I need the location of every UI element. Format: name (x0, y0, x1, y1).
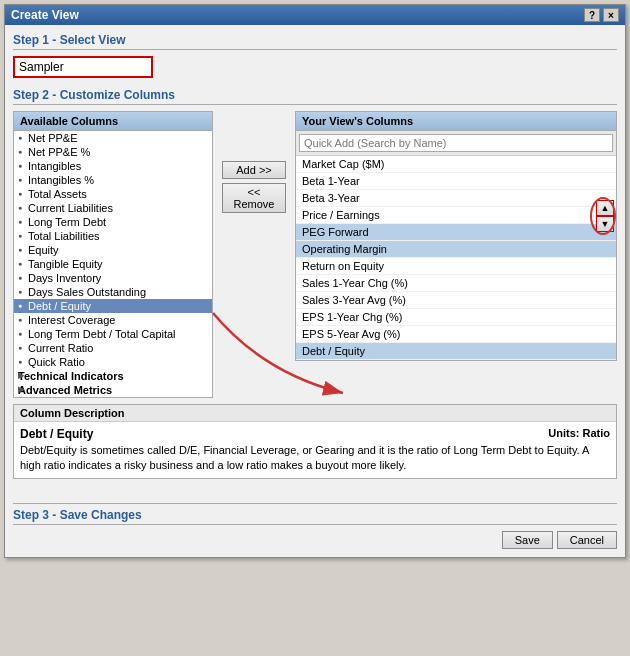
list-item[interactable]: Total Liabilities (14, 229, 212, 243)
view-name-input[interactable] (13, 56, 153, 78)
list-item[interactable]: Quick Ratio (14, 355, 212, 369)
your-list-item[interactable]: Sales 3-Year Avg (%) (296, 292, 616, 309)
move-down-button[interactable]: ▼ (596, 216, 614, 232)
your-list-item-highlighted[interactable]: Debt / Equity (296, 343, 616, 360)
list-item[interactable]: Current Ratio (14, 341, 212, 355)
description-body: Units: Ratio Debt / Equity Debt/Equity i… (14, 422, 616, 478)
list-item[interactable]: Interest Coverage (14, 313, 212, 327)
your-columns-list: Market Cap ($M) Beta 1-Year Beta 3-Year … (296, 156, 616, 360)
available-columns-header: Available Columns (14, 112, 212, 131)
close-button[interactable]: × (603, 8, 619, 22)
your-list-item[interactable]: Sales 1-Year Chg (%) (296, 275, 616, 292)
main-window: Create View ? × Step 1 - Select View Ste… (4, 4, 626, 558)
step2-header: Step 2 - Customize Columns (13, 88, 617, 105)
your-list-item[interactable]: Beta 1-Year (296, 173, 616, 190)
your-list-item[interactable]: Return on Equity (296, 258, 616, 275)
cancel-button[interactable]: Cancel (557, 531, 617, 549)
description-units: Units: Ratio (548, 426, 610, 441)
available-columns-panel: Available Columns Net PP&E Net PP&E % In… (13, 111, 213, 398)
your-list-item[interactable]: EPS 1-Year Chg (%) (296, 309, 616, 326)
list-item[interactable]: Long Term Debt (14, 215, 212, 229)
step3-header: Step 3 - Save Changes (13, 508, 617, 525)
step3-buttons: Save Cancel (13, 531, 617, 549)
your-list-item[interactable]: EPS 5-Year Avg (%) (296, 326, 616, 343)
description-header: Column Description (14, 405, 616, 422)
list-item[interactable]: Intangibles (14, 159, 212, 173)
list-item[interactable]: Net PP&E (14, 131, 212, 145)
step1-header: Step 1 - Select View (13, 33, 617, 50)
step2-section: Step 2 - Customize Columns Available Col… (13, 88, 617, 398)
list-item-group[interactable]: Advanced Metrics (14, 383, 212, 397)
step3-section: Step 3 - Save Changes Save Cancel (13, 503, 617, 549)
list-item[interactable]: Current Liabilities (14, 201, 212, 215)
list-item[interactable]: Long Term Debt / Total Capital (14, 327, 212, 341)
window-title: Create View (11, 8, 79, 22)
move-up-button[interactable]: ▲ (596, 200, 614, 216)
window-body: Step 1 - Select View Step 2 - Customize … (5, 25, 625, 557)
list-item[interactable]: Net PP&E % (14, 145, 212, 159)
available-columns-list: Net PP&E Net PP&E % Intangibles Intangib… (14, 131, 212, 397)
list-item[interactable]: Days Inventory (14, 271, 212, 285)
list-item[interactable]: Days Sales Outstanding (14, 285, 212, 299)
description-text: Debt/Equity is sometimes called D/E, Fin… (20, 444, 589, 471)
list-item[interactable]: Tangible Equity (14, 257, 212, 271)
title-bar: Create View ? × (5, 5, 625, 25)
list-item[interactable]: Intangibles % (14, 173, 212, 187)
list-item-selected[interactable]: Debt / Equity (14, 299, 212, 313)
your-list-item[interactable]: Beta 3-Year (296, 190, 616, 207)
list-item-group[interactable]: Technical Indicators (14, 369, 212, 383)
list-item[interactable]: Equity (14, 243, 212, 257)
your-columns-header: Your View's Columns (296, 112, 616, 131)
columns-container: Available Columns Net PP&E Net PP&E % In… (13, 111, 617, 398)
your-list-item[interactable]: Market Cap ($M) (296, 156, 616, 173)
your-columns-panel: Your View's Columns Market Cap ($M) Beta… (295, 111, 617, 361)
quick-add-input[interactable] (299, 134, 613, 152)
your-list-item-highlighted[interactable]: PEG Forward (296, 224, 616, 241)
description-title: Debt / Equity (20, 427, 93, 441)
add-button[interactable]: Add >> (222, 161, 286, 179)
help-button[interactable]: ? (584, 8, 600, 22)
description-section: Column Description Units: Ratio Debt / E… (13, 404, 617, 479)
your-list-item[interactable]: Price / Earnings (296, 207, 616, 224)
your-list-item-highlighted[interactable]: Operating Margin (296, 241, 616, 258)
save-button[interactable]: Save (502, 531, 553, 549)
list-item[interactable]: Total Assets (14, 187, 212, 201)
title-bar-buttons: ? × (584, 8, 619, 22)
remove-button[interactable]: << Remove (222, 183, 286, 213)
middle-buttons: Add >> << Remove (219, 111, 289, 213)
step1-section: Step 1 - Select View (13, 33, 617, 78)
